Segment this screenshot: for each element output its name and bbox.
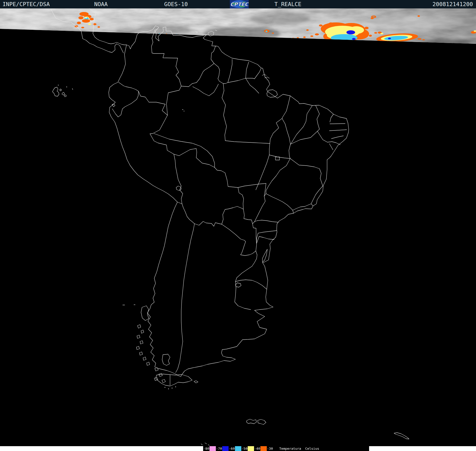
org-label: NOAA <box>94 1 108 7</box>
lakes-and-islands <box>52 8 409 445</box>
legend-title: Temperatura <box>279 447 301 450</box>
south-america-map <box>0 0 476 451</box>
product-label: T_REALCE <box>274 1 301 7</box>
scale-label: -40 <box>254 446 260 451</box>
coastlines <box>51 8 349 377</box>
svg-text:CPTEC: CPTEC <box>230 1 249 7</box>
scale-label: -30 <box>267 446 273 451</box>
agency-label: INPE/CPTEC/DSA <box>3 1 50 7</box>
legend-unit: Celsius <box>305 447 319 450</box>
scale-label: -60 <box>229 446 235 451</box>
scale-label: -80 <box>203 446 209 451</box>
timestamp-label: 200812141200 <box>432 1 473 7</box>
temperature-scale: -80 -70 -60 -50 -40 -30 <box>203 446 273 451</box>
scale-swatch-orange <box>260 446 267 451</box>
scale-swatch-cyan <box>235 446 241 451</box>
satellite-label: GOES-10 <box>164 1 188 7</box>
legend-text-segment: Temperatura Celsius <box>273 446 369 451</box>
scale-label: -50 <box>241 446 248 451</box>
cptec-logo-icon: CPTEC <box>230 0 249 8</box>
scale-label: -70 <box>216 446 222 451</box>
satellite-image-viewer: INPE/CPTEC/DSA NOAA GOES-10 T_REALCE 200… <box>0 0 476 451</box>
scale-swatch-blue <box>222 446 229 451</box>
legend-bar: Temperatura Celsius -80 -70 -60 -50 -40 … <box>0 446 476 451</box>
brazil-state-borders <box>154 78 347 243</box>
scale-swatch-yellow <box>248 446 254 451</box>
map-specks <box>58 85 185 389</box>
country-borders <box>112 29 267 385</box>
scale-swatch-pink <box>209 446 216 451</box>
